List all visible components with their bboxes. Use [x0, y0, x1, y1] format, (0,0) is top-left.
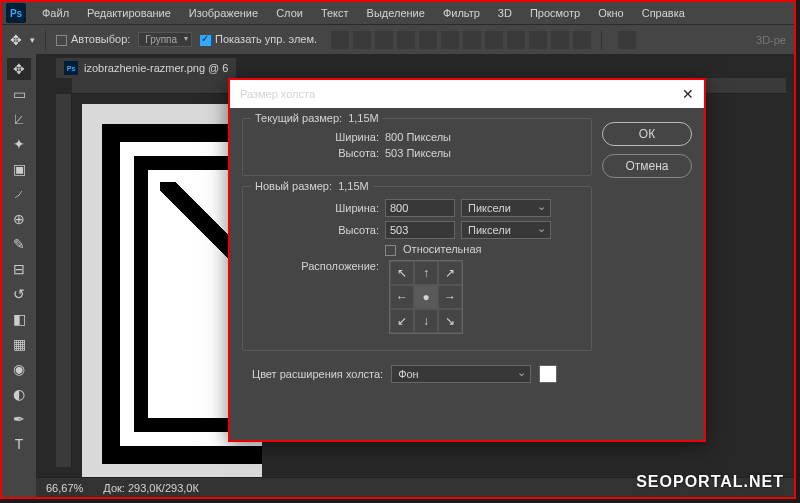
- extension-color-swatch[interactable]: [539, 365, 557, 383]
- history-brush-tool[interactable]: ↺: [7, 283, 31, 305]
- menu-select[interactable]: Выделение: [359, 4, 433, 22]
- ok-button[interactable]: ОК: [602, 122, 692, 146]
- dialog-title: Размер холста: [240, 88, 315, 100]
- anchor-label: Расположение:: [253, 260, 379, 272]
- relative-checkbox[interactable]: Относительная: [385, 243, 481, 256]
- current-height-value: 503 Пикселы: [385, 147, 451, 159]
- gradient-tool[interactable]: ▦: [7, 333, 31, 355]
- menu-filter[interactable]: Фильтр: [435, 4, 488, 22]
- anchor-se[interactable]: ↘: [438, 309, 462, 333]
- anchor-sw[interactable]: ↙: [390, 309, 414, 333]
- new-size-group: Новый размер: 1,15M Ширина: Пиксели Высо…: [242, 186, 592, 351]
- menu-window[interactable]: Окно: [590, 4, 632, 22]
- extension-color-label: Цвет расширения холста:: [252, 368, 383, 380]
- menu-text[interactable]: Текст: [313, 4, 357, 22]
- align-icon[interactable]: [485, 31, 503, 49]
- app-logo: Ps: [6, 3, 26, 23]
- current-height-label: Высота:: [253, 147, 379, 159]
- move-tool-icon: ✥: [10, 32, 22, 48]
- autoselect-checkbox[interactable]: Автовыбор:: [56, 33, 130, 46]
- anchor-s[interactable]: ↓: [414, 309, 438, 333]
- align-icon[interactable]: [397, 31, 415, 49]
- anchor-center[interactable]: ●: [414, 285, 438, 309]
- align-icon[interactable]: [529, 31, 547, 49]
- tools-panel: ✥ ▭ ⟀ ✦ ▣ ⟋ ⊕ ✎ ⊟ ↺ ◧ ▦ ◉ ◐ ✒ T: [2, 54, 36, 497]
- canvas-size-dialog: Размер холста ✕ Текущий размер: 1,15M Ши…: [228, 78, 706, 442]
- anchor-grid[interactable]: ↖↑↗ ←●→ ↙↓↘: [389, 260, 463, 334]
- ps-file-icon: Ps: [64, 61, 78, 75]
- align-icon[interactable]: [507, 31, 525, 49]
- new-height-label: Высота:: [253, 224, 379, 236]
- menu-layers[interactable]: Слои: [268, 4, 311, 22]
- cancel-button[interactable]: Отмена: [602, 154, 692, 178]
- anchor-ne[interactable]: ↗: [438, 261, 462, 285]
- align-icon[interactable]: [353, 31, 371, 49]
- close-icon[interactable]: ✕: [682, 86, 694, 102]
- document-tab[interactable]: Ps izobrazhenie-razmer.png @ 6: [56, 58, 236, 78]
- menu-view[interactable]: Просмотр: [522, 4, 588, 22]
- anchor-n[interactable]: ↑: [414, 261, 438, 285]
- pen-tool[interactable]: ✒: [7, 408, 31, 430]
- doc-size[interactable]: Док: 293,0К/293,0К: [103, 482, 199, 494]
- menu-file[interactable]: Файл: [34, 4, 77, 22]
- align-icon[interactable]: [375, 31, 393, 49]
- healing-brush-tool[interactable]: ⊕: [7, 208, 31, 230]
- anchor-e[interactable]: →: [438, 285, 462, 309]
- height-unit-select[interactable]: Пиксели: [461, 221, 551, 239]
- autoselect-target-select[interactable]: Группа: [138, 32, 192, 47]
- crop-tool[interactable]: ▣: [7, 158, 31, 180]
- magic-wand-tool[interactable]: ✦: [7, 133, 31, 155]
- width-input[interactable]: [385, 199, 455, 217]
- type-tool[interactable]: T: [7, 433, 31, 455]
- height-input[interactable]: [385, 221, 455, 239]
- mode-3d-label[interactable]: 3D-ре: [756, 34, 786, 46]
- dialog-titlebar[interactable]: Размер холста ✕: [230, 80, 704, 108]
- current-size-group: Текущий размер: 1,15M Ширина:800 Пикселы…: [242, 118, 592, 176]
- menu-3d[interactable]: 3D: [490, 4, 520, 22]
- zoom-level[interactable]: 66,67%: [46, 482, 83, 494]
- brush-tool[interactable]: ✎: [7, 233, 31, 255]
- menu-bar: Ps Файл Редактирование Изображение Слои …: [2, 2, 794, 24]
- blur-tool[interactable]: ◉: [7, 358, 31, 380]
- eraser-tool[interactable]: ◧: [7, 308, 31, 330]
- chevron-down-icon[interactable]: ▾: [30, 35, 35, 45]
- show-controls-checkbox[interactable]: Показать упр. элем.: [200, 33, 317, 46]
- anchor-w[interactable]: ←: [390, 285, 414, 309]
- dodge-tool[interactable]: ◐: [7, 383, 31, 405]
- options-bar: ✥ ▾ Автовыбор: Группа Показать упр. элем…: [2, 24, 794, 54]
- current-width-value: 800 Пикселы: [385, 131, 451, 143]
- current-width-label: Ширина:: [253, 131, 379, 143]
- eyedropper-tool[interactable]: ⟋: [7, 183, 31, 205]
- menu-edit[interactable]: Редактирование: [79, 4, 179, 22]
- watermark: SEOPORTAL.NET: [636, 473, 784, 491]
- align-icon[interactable]: [463, 31, 481, 49]
- clone-stamp-tool[interactable]: ⊟: [7, 258, 31, 280]
- move-tool[interactable]: ✥: [7, 58, 31, 80]
- menu-help[interactable]: Справка: [634, 4, 693, 22]
- align-icon[interactable]: [441, 31, 459, 49]
- menu-image[interactable]: Изображение: [181, 4, 266, 22]
- align-icon[interactable]: [551, 31, 569, 49]
- align-buttons: [331, 31, 591, 49]
- vertical-ruler[interactable]: [56, 94, 72, 467]
- align-icon[interactable]: [331, 31, 349, 49]
- document-filename: izobrazhenie-razmer.png @ 6: [84, 62, 228, 74]
- extension-color-select[interactable]: Фон: [391, 365, 531, 383]
- width-unit-select[interactable]: Пиксели: [461, 199, 551, 217]
- lasso-tool[interactable]: ⟀: [7, 108, 31, 130]
- marquee-tool[interactable]: ▭: [7, 83, 31, 105]
- align-icon[interactable]: [573, 31, 591, 49]
- distribute-icon[interactable]: [618, 31, 636, 49]
- anchor-nw[interactable]: ↖: [390, 261, 414, 285]
- new-width-label: Ширина:: [253, 202, 379, 214]
- align-icon[interactable]: [419, 31, 437, 49]
